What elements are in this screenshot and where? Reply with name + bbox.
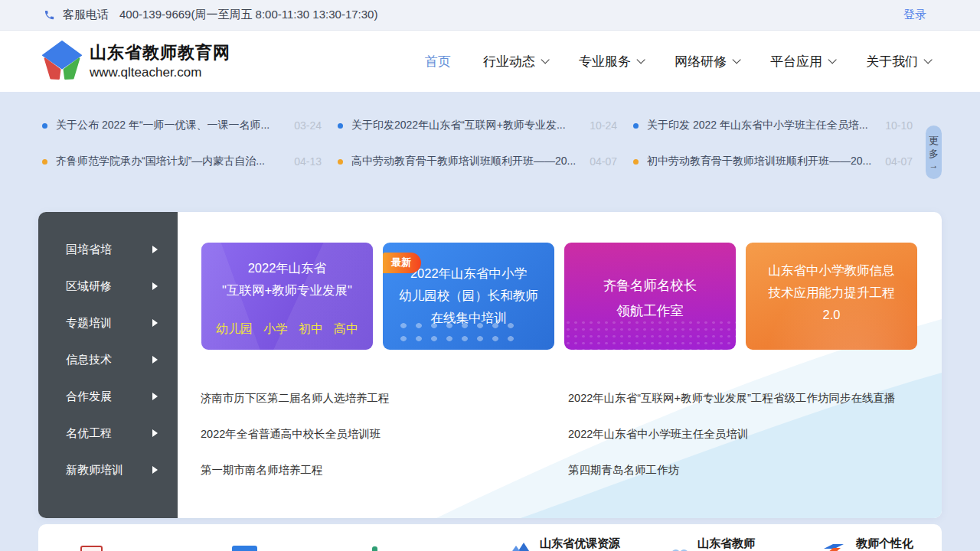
arrow-right-icon	[152, 282, 158, 290]
site-logo-icon	[42, 41, 82, 80]
ticker-item[interactable]: 高中劳动教育骨干教师培训班顺利开班——20... 04-07	[338, 152, 617, 171]
partner-logo-icon	[232, 546, 257, 551]
nav-platform-apps[interactable]: 平台应用	[770, 53, 834, 70]
chevron-down-icon	[541, 55, 549, 64]
news-link[interactable]: 第一期市南名师培养工程	[201, 462, 568, 478]
nav-professional-services[interactable]: 专业服务	[579, 53, 642, 70]
site-url: www.qlteacher.com	[90, 65, 230, 80]
news-link[interactable]: 济南市历下区第二届名师人选培养工程	[201, 390, 568, 406]
project-news-list: 济南市历下区第二届名师人选培养工程 2022年山东省“互联网+教师专业发展”工程…	[201, 390, 928, 478]
level-kindergarten: 幼儿园	[216, 321, 253, 337]
ticker-item[interactable]: 初中劳动教育骨干教师培训班顺利开班——20... 04-07	[633, 152, 913, 171]
sidebar-item-new-teacher-training[interactable]: 新教师培训	[38, 452, 178, 488]
ticker-more-button[interactable]: 更多 →	[926, 126, 942, 179]
header: 山东省教师教育网 www.qlteacher.com 首页 行业动态 专业服务 …	[0, 31, 980, 92]
partner-seal-icon	[80, 546, 103, 551]
nav-home[interactable]: 首页	[425, 53, 451, 70]
phone-label: 客服电话	[63, 8, 109, 22]
main-nav: 首页 行业动态 专业服务 网络研修 平台应用 关于我们	[425, 31, 929, 92]
page: 客服电话 400-139-9669(周一至周五 8:00-11:30 13:30…	[0, 0, 980, 551]
banner-qilu-famous-teachers-studio[interactable]: 齐鲁名师名校长 领航工作室	[564, 243, 736, 350]
slash-bars-icon	[821, 541, 848, 551]
phone-icon	[44, 9, 55, 21]
sidebar-item-famous-teacher-project[interactable]: 名优工程	[38, 415, 178, 452]
sidebar-item-special-training[interactable]: 专题培训	[38, 305, 178, 341]
site-name: 山东省教师教育网	[90, 41, 230, 64]
sidebar-item-regional-study[interactable]: 区域研修	[38, 268, 178, 305]
partner-shandong-teacher[interactable]: 山东省教师	[670, 536, 755, 551]
ticker-item[interactable]: 关于印发2022年山东省“互联网+教师专业发... 10-24	[338, 116, 617, 135]
arrow-right-icon	[152, 466, 158, 474]
chevron-down-icon	[732, 55, 740, 64]
mountain-icon	[509, 541, 532, 551]
sidebar-item-national-training[interactable]: 国培省培	[38, 231, 178, 268]
chevron-down-icon	[636, 55, 645, 64]
nav-about-us[interactable]: 关于我们	[866, 53, 929, 70]
arrow-right-icon	[152, 393, 158, 400]
main-panel: 国培省培 区域研修 专题培训 信息技术 合作发展 名优工程	[38, 212, 942, 518]
nav-online-training[interactable]: 网络研修	[675, 53, 738, 70]
news-link[interactable]: 2022年山东省“互联网+教师专业发展”工程省级工作坊同步在线直播	[568, 390, 928, 406]
partner-teacher-personalized[interactable]: 教师个性化	[821, 536, 913, 551]
news-link[interactable]: 2022年全省普通高中校长全员培训班	[201, 426, 568, 442]
banner-it-capability-project[interactable]: 山东省中小学教师信息 技术应用能力提升工程 2.0	[746, 243, 917, 350]
bullet-icon	[42, 159, 47, 165]
logo[interactable]: 山东省教师教育网 www.qlteacher.com	[42, 41, 230, 80]
nav-industry-news[interactable]: 行业动态	[483, 53, 547, 70]
level-junior: 初中	[299, 321, 323, 337]
level-senior: 高中	[334, 321, 358, 337]
new-badge: 最新	[383, 253, 421, 273]
banner-row: 2022年山东省 "互联网+教师专业发展" 幼儿园 小学 初中 高中 最新 20…	[201, 243, 917, 350]
partner-logo-icon	[372, 546, 377, 551]
ticker-item[interactable]: 齐鲁师范学院承办“国培计划”—内蒙古自治... 04-13	[42, 152, 322, 171]
bullet-icon	[633, 123, 639, 129]
arrow-right-icon	[152, 246, 158, 253]
banner-online-principal-training[interactable]: 最新 2022年山东省中小学 幼儿园校（园）长和教师 在线集中培训	[383, 243, 554, 350]
phone-number: 400-139-9669(周一至周五 8:00-11:30 13:30-17:3…	[119, 8, 377, 22]
bullet-icon	[338, 123, 343, 129]
bullet-icon	[42, 123, 47, 129]
arrow-right-icon	[152, 319, 158, 327]
arrow-right-icon: →	[929, 160, 939, 171]
news-link[interactable]: 2022年山东省中小学班主任全员培训	[568, 426, 928, 442]
ticker-item[interactable]: 关于印发 2022 年山东省中小学班主任全员培... 10-10	[633, 116, 913, 135]
ticker-item[interactable]: 关于公布 2022 年“一师一优课、一课一名师... 03-24	[42, 116, 322, 135]
chevron-down-icon	[923, 55, 932, 64]
arrow-right-icon	[152, 429, 158, 437]
topbar: 客服电话 400-139-9669(周一至周五 8:00-11:30 13:30…	[0, 0, 980, 31]
sidebar-item-information-technology[interactable]: 信息技术	[38, 341, 178, 378]
banner-internet-teacher-development[interactable]: 2022年山东省 "互联网+教师专业发展" 幼儿园 小学 初中 高中	[201, 243, 373, 350]
bullet-icon	[633, 159, 639, 165]
sidebar-item-cooperative-development[interactable]: 合作发展	[38, 378, 178, 415]
chevron-down-icon	[828, 55, 836, 64]
partner-strip: 山东省优课资源 山东省教师 教师个性化	[38, 524, 942, 551]
book-icon	[670, 541, 690, 551]
login-link[interactable]: 登录	[903, 8, 926, 22]
news-link[interactable]: 第四期青岛名师工作坊	[568, 462, 928, 478]
bullet-icon	[338, 159, 343, 165]
news-ticker: 关于公布 2022 年“一师一优课、一课一名师... 03-24 关于印发202…	[42, 116, 913, 171]
partner-youke-resources[interactable]: 山东省优课资源	[509, 536, 620, 551]
arrow-right-icon	[152, 356, 158, 364]
level-primary: 小学	[263, 321, 288, 337]
category-sidebar: 国培省培 区域研修 专题培训 信息技术 合作发展 名优工程	[38, 212, 178, 518]
